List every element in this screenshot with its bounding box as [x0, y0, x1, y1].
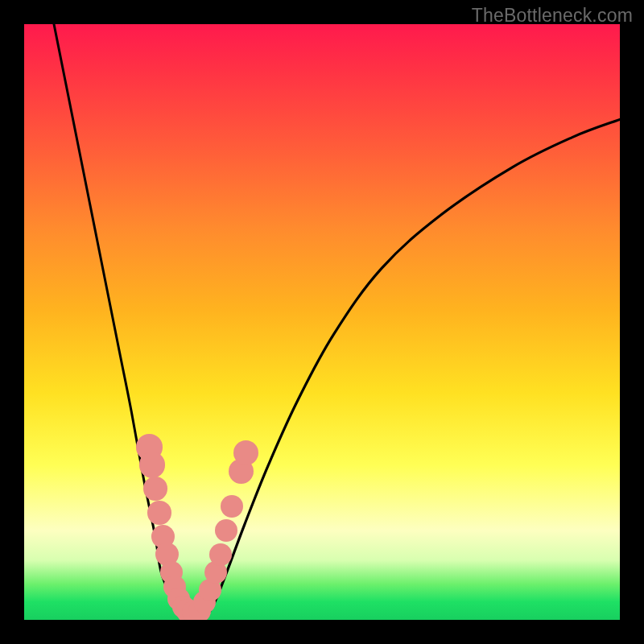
right-curve — [191, 119, 620, 620]
plot-area — [24, 24, 620, 620]
watermark-text: TheBottleneck.com — [472, 5, 633, 27]
data-marker — [233, 440, 258, 465]
curves-layer — [24, 24, 620, 620]
chart-stage: TheBottleneck.com — [0, 0, 644, 644]
data-marker — [215, 519, 237, 542]
data-marker — [143, 477, 167, 501]
data-marker — [209, 543, 232, 566]
data-marker — [139, 452, 166, 478]
data-marker — [147, 501, 171, 525]
